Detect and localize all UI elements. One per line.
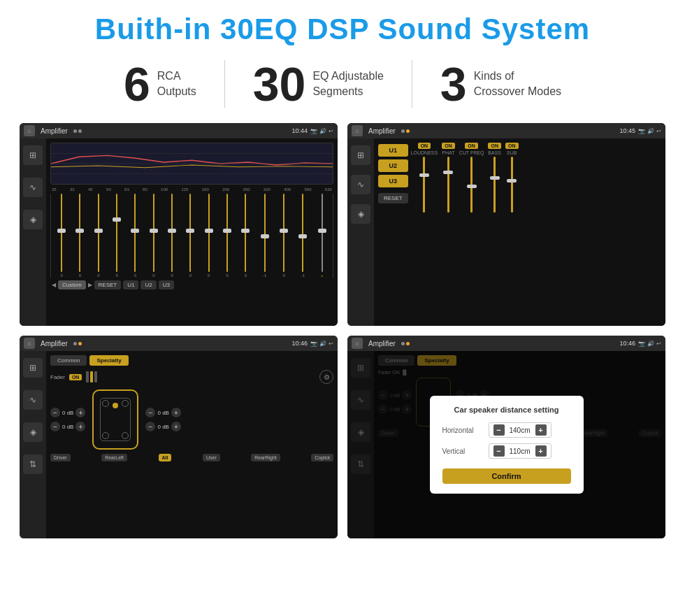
cross-sidebar: ⊞ ∿ ◈: [347, 138, 374, 326]
bottom-labels: Driver RearLeft All User RearRight Copil…: [50, 454, 333, 461]
eq-u1-btn[interactable]: U1: [123, 280, 138, 289]
common-wave-icon[interactable]: ∿: [23, 390, 43, 410]
tab-common[interactable]: Common: [50, 355, 87, 366]
cross-cutfreq-on[interactable]: ON: [465, 143, 478, 149]
settings-icon[interactable]: ⚙: [319, 370, 333, 384]
home-icon[interactable]: ⌂: [24, 125, 35, 136]
eq-slider-14[interactable]: -1: [301, 194, 305, 278]
fader-s3[interactable]: [94, 371, 97, 382]
cross-tune-icon[interactable]: ⊞: [351, 145, 370, 165]
left-top-minus[interactable]: −: [50, 408, 60, 417]
btn-copilot[interactable]: Copilot: [311, 454, 333, 461]
cross-loudness: ON LOUDNESS: [411, 143, 438, 322]
crossover-screen: ⌂ Amplifier 10:45 📷 🔊 ↩ ⊞ ∿ ◈: [347, 123, 665, 326]
stat-crossover-line1: Kinds of: [474, 69, 561, 84]
cross-content: U1 U2 U3 RESET ON LOUDNESS ON PH: [378, 143, 661, 322]
back-icon[interactable]: ↩: [329, 128, 333, 134]
dialog-title: Car speaker distance setting: [442, 406, 571, 414]
cross-phat-on[interactable]: ON: [442, 143, 455, 149]
common-speaker-icon[interactable]: ◈: [23, 422, 43, 442]
dist-body: ⊞ ∿ ◈ ⇅ Common Specialty Fader ON ▐▌ −0 …: [347, 351, 665, 538]
cross-wave-icon[interactable]: ∿: [351, 175, 370, 194]
cross-loudness-on[interactable]: ON: [418, 143, 431, 149]
cross-sub-on[interactable]: ON: [505, 143, 519, 149]
fader-row: Fader ON ⚙: [50, 370, 333, 384]
fader-s2[interactable]: [90, 371, 93, 382]
speaker-fl: [102, 400, 109, 407]
fader-label: Fader: [50, 374, 65, 380]
eq-wave-icon[interactable]: ∿: [23, 178, 43, 197]
eq-slider-7[interactable]: 0: [171, 194, 173, 278]
eq-speaker-icon[interactable]: ◈: [23, 210, 43, 229]
cross-u2-btn[interactable]: U2: [378, 159, 408, 172]
btn-rearright[interactable]: RearRight: [251, 454, 280, 461]
common-tune-icon[interactable]: ⊞: [23, 358, 43, 378]
cross-bass-on[interactable]: ON: [488, 143, 501, 149]
left-bot-minus[interactable]: −: [50, 422, 60, 431]
right-top-minus[interactable]: −: [145, 408, 155, 417]
btn-user[interactable]: User: [203, 454, 220, 461]
vertical-plus[interactable]: +: [535, 445, 547, 457]
dist-home-icon[interactable]: ⌂: [352, 338, 363, 349]
eq-play-arrow[interactable]: ▶: [88, 282, 92, 288]
common-back-icon[interactable]: ↩: [329, 341, 333, 347]
dist-dot2: [406, 342, 410, 345]
right-top-plus[interactable]: +: [171, 408, 181, 417]
left-top-plus[interactable]: +: [75, 408, 85, 417]
btn-driver[interactable]: Driver: [50, 454, 71, 461]
dist-back-icon[interactable]: ↩: [656, 341, 661, 347]
cross-back-icon[interactable]: ↩: [656, 128, 661, 134]
cross-u1-btn[interactable]: U1: [378, 144, 408, 157]
common-dot1: [73, 342, 77, 345]
cross-home-icon[interactable]: ⌂: [352, 125, 363, 136]
confirm-button[interactable]: Confirm: [442, 468, 571, 484]
fader-s1[interactable]: [86, 371, 89, 382]
eq-slider-3[interactable]: 0: [97, 194, 99, 278]
eq-reset-btn[interactable]: RESET: [94, 280, 122, 289]
fader-on-badge[interactable]: ON: [69, 374, 82, 380]
eq-slider-9[interactable]: 0: [208, 194, 210, 278]
horizontal-minus[interactable]: −: [493, 424, 505, 436]
stat-rca: 6 RCA Outputs: [96, 60, 225, 108]
eq-prev-arrow[interactable]: ◀: [52, 282, 56, 288]
eq-slider-15[interactable]: »: [321, 194, 323, 278]
eq-tune-icon[interactable]: ⊞: [23, 145, 43, 165]
eq-slider-5[interactable]: 0: [134, 194, 136, 278]
tab-specialty[interactable]: Specialty: [89, 355, 128, 366]
common-eq-icon[interactable]: ⇅: [23, 454, 43, 474]
right-bot-minus[interactable]: −: [145, 422, 155, 431]
eq-slider-12[interactable]: -1: [263, 194, 266, 278]
eq-slider-4[interactable]: 5: [115, 194, 117, 278]
eq-slider-1[interactable]: 0: [60, 194, 62, 278]
btn-all[interactable]: All: [159, 454, 172, 461]
btn-rearleft[interactable]: RearLeft: [101, 454, 127, 461]
cross-reset-btn[interactable]: RESET: [378, 193, 408, 203]
common-home-icon[interactable]: ⌂: [24, 338, 35, 349]
eq-slider-10[interactable]: 0: [226, 194, 228, 278]
horizontal-plus[interactable]: +: [535, 424, 547, 436]
cross-speaker-icon[interactable]: ◈: [351, 204, 370, 224]
right-bot-value: 0 dB: [157, 424, 168, 430]
left-bot-plus[interactable]: +: [75, 422, 85, 431]
eq-custom-btn[interactable]: Custom: [58, 280, 86, 289]
eq-slider-8[interactable]: 0: [189, 194, 192, 278]
dist-time: 10:46: [619, 340, 635, 347]
eq-slider-13[interactable]: 0: [282, 194, 284, 278]
cross-sub-label: SUB: [507, 150, 517, 155]
eq-time: 10:44: [291, 127, 308, 134]
eq-main: 25 32 40 50 63 80 100 125 160 200 250 32…: [46, 138, 338, 326]
eq-u2-btn[interactable]: U2: [140, 280, 156, 289]
eq-slider-2[interactable]: 0: [79, 194, 81, 278]
dot1: [73, 129, 77, 133]
eq-slider-6[interactable]: 0: [152, 194, 154, 278]
eq-screen-title: Amplifier: [41, 127, 68, 135]
cross-u3-btn[interactable]: U3: [378, 175, 408, 187]
fader-sliders: [86, 371, 97, 382]
cross-volume-icon: 🔊: [647, 128, 654, 134]
vertical-minus[interactable]: −: [493, 445, 505, 457]
eq-slider-11[interactable]: 0: [245, 194, 247, 278]
right-bot-plus[interactable]: +: [171, 422, 181, 431]
cross-main: U1 U2 U3 RESET ON LOUDNESS ON PH: [374, 138, 665, 326]
eq-u3-btn[interactable]: U3: [159, 280, 174, 289]
eq-sliders: 0 0 0 5 0 0 0 0 0 0 0 -1 0 -1 »: [50, 194, 333, 278]
